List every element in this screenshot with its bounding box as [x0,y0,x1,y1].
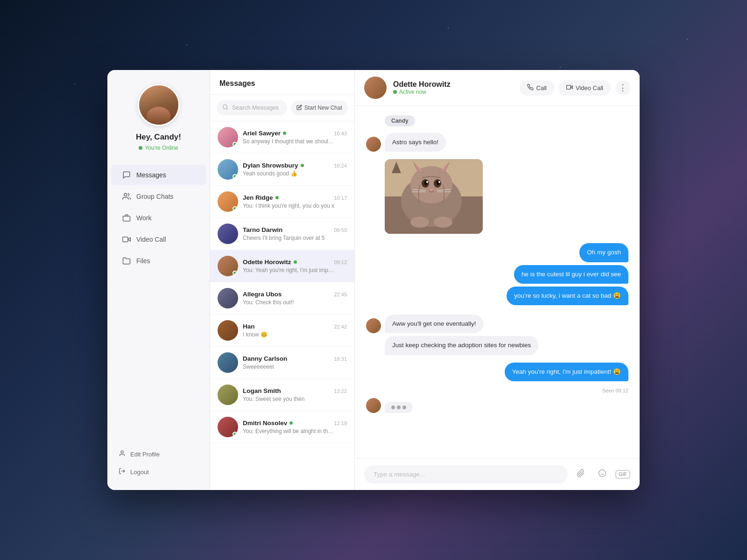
svg-marker-2 [128,238,130,241]
chat-messages: Candy Astro says hello! [355,106,640,458]
contact-item-han[interactable]: Han 22:42 I know 😊 [210,315,354,347]
call-button[interactable]: Call [520,80,554,96]
contact-time: 13:22 [334,388,347,394]
user-icon [119,450,126,458]
contact-preview: Sweeeeeeet [243,364,336,370]
video-icon [122,235,131,244]
contact-time: 10:43 [334,131,347,136]
typing-indicator-row [366,398,628,413]
sidebar-item-messages[interactable]: Messages [111,165,206,185]
messages-list-panel: Messages Start New Chat [210,70,355,490]
cat-image-container [385,159,628,234]
message-row: Astro says hello! [366,133,628,152]
new-chat-button[interactable]: Start New Chat [291,100,348,115]
svg-point-30 [434,217,452,228]
contact-time: 22:45 [334,292,347,297]
chat-input-bar: GIF [355,458,640,490]
contact-item-danny[interactable]: Danny Carlson 18:31 Sweeeeeeet [210,347,354,379]
svg-rect-9 [567,85,571,89]
svg-point-0 [124,193,127,196]
sidebar-item-label: Group Chats [136,193,173,200]
typing-dot-2 [397,406,401,409]
contact-preview: You: Check this out!! [243,299,336,306]
contact-item-logan[interactable]: Logan Smith 13:22 You: Sweet see you the… [210,379,354,411]
contact-name: Allegra Ubos [243,291,282,298]
sidebar: Hey, Candy! You're Online Messages [107,70,210,490]
sidebar-item-work[interactable]: Work [111,208,206,228]
sidebar-item-files[interactable]: Files [111,251,206,271]
sent-message-row: Yeah you're right, I'm just impatient! 😩 [366,363,628,381]
contact-name: Dylan Shrowsbury [243,162,304,169]
avatar [218,320,238,341]
chat-header-info: Odette Horowitz Active now [393,80,513,95]
typing-avatar [366,398,381,413]
svg-marker-8 [571,86,572,89]
avatar [218,352,238,373]
contact-time: 22:42 [334,324,347,329]
svg-rect-3 [123,237,128,242]
search-icon [222,104,228,112]
active-dot [393,90,397,94]
contact-preview: Cheers I'll bring Tarquin over at 5 [243,235,336,241]
contact-item-dylan[interactable]: Dylan Shrowsbury 10:24 Yeah sounds good … [210,154,354,186]
sidebar-item-video-call[interactable]: Video Call [111,229,206,250]
chat-panel: Odette Horowitz Active now Call [355,70,640,490]
avatar [218,385,238,405]
search-input-wrap[interactable] [217,100,287,115]
contact-item-odette[interactable]: Odette Horowitz 09:12 You: Yeah you're r… [210,250,354,282]
contact-item-jen[interactable]: Jen Ridge 10:17 You: I think you're righ… [210,186,354,218]
contact-name: Han [243,323,255,330]
svg-point-23 [438,181,440,183]
avatar [218,417,238,437]
contact-name: Dmitri Nosolev [243,420,293,427]
contact-item-ariel[interactable]: Ariel Sawyer 10:43 So anyway I thought t… [210,121,354,154]
attachment-button[interactable] [572,466,589,483]
contact-preview: I know 😊 [243,331,336,338]
contact-name: Logan Smith [243,387,281,394]
gif-button[interactable]: GIF [615,470,630,479]
svg-point-6 [223,105,227,109]
online-indicator [233,432,237,436]
contact-time: 10:17 [334,195,347,201]
edit-profile-button[interactable]: Edit Profile [111,445,206,463]
svg-point-13 [410,166,452,203]
sidebar-bottom: Edit Profile Logout [107,445,210,481]
avatar [218,191,238,212]
avatar [218,127,238,147]
avatar [218,224,238,244]
svg-point-4 [121,451,123,453]
logout-icon [119,468,126,476]
contact-preview: So anyway I thought that we should meet … [243,138,336,145]
svg-rect-1 [123,216,130,221]
contact-name: Danny Carlson [243,355,287,362]
contact-name: Odette Horowitz [243,259,297,266]
messages-header: Messages [210,70,354,95]
search-bar-row: Start New Chat [210,95,354,121]
online-indicator [233,142,237,147]
sidebar-item-group-chats[interactable]: Group Chats [111,186,206,207]
contact-name: Tarno Darwin [243,226,282,233]
contact-preview: You: Everything will be alright in the e… [243,428,336,434]
chat-contact-name: Odette Horowitz [393,80,513,89]
more-options-button[interactable]: ⋮ [615,80,630,95]
edit-profile-label: Edit Profile [130,451,160,458]
search-input[interactable] [232,105,282,111]
svg-line-7 [226,108,227,109]
message-input[interactable] [364,465,568,483]
contact-list: Ariel Sawyer 10:43 So anyway I thought t… [210,121,354,490]
logout-button[interactable]: Logout [111,463,206,481]
contact-item-dmitri[interactable]: Dmitri Nosolev 12:19 You: Everything wil… [210,411,354,443]
contact-item-tarno[interactable]: Tarno Darwin 09:59 Cheers I'll bring Tar… [210,218,354,250]
emoji-button[interactable] [594,466,611,483]
contact-time: 10:24 [334,163,347,168]
sender-name-label: Candy [366,115,628,128]
chat-contact-avatar [364,77,387,99]
briefcase-icon [122,214,131,222]
message-icon [122,171,131,179]
video-call-button[interactable]: Video Call [559,80,611,96]
sent-messages-group: Oh my gosh he is the cutest lil guy i ev… [366,243,628,305]
online-indicator [233,174,237,179]
user-status: You're Online [139,145,178,151]
paperclip-icon [577,469,585,480]
contact-item-allegra[interactable]: Allegra Ubos 22:45 You: Check this out!! [210,282,354,315]
